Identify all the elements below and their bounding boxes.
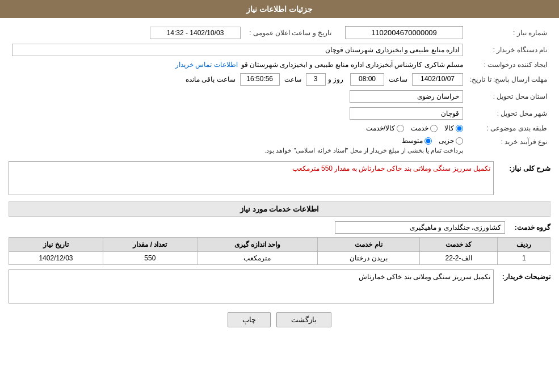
category-option-service: خدمت: [411, 124, 438, 132]
requester-row: مسلم شاکری کارشناس آبخیزداری اداره منابع…: [12, 61, 463, 69]
cell-code: الف-2-22: [419, 252, 498, 265]
col-header-qty: تعداد / مقدار: [103, 238, 197, 252]
public-announce-value: 1402/10/03 - 14:32: [150, 27, 241, 39]
send-time-label: ساعت: [389, 75, 407, 83]
city-value: قوچان: [350, 107, 463, 120]
procurement-note: پرداخت تمام یا بخشی از مبلغ خریدار از مح…: [12, 147, 463, 154]
category-label-kala: کالا: [444, 124, 454, 132]
col-header-code: کد خدمت: [419, 238, 498, 252]
cell-row: 1: [498, 252, 550, 265]
category-option-kala: کالا: [444, 124, 463, 132]
category-label: طبقه بندی موضوعی :: [466, 122, 550, 134]
buyer-desc-section: توضیحات خریدار:: [9, 269, 550, 305]
remaining-label: روز و: [328, 75, 343, 83]
procurement-row: جزیی متوسط پرداخت تمام یا بخشی از مبلغ خ…: [12, 137, 463, 154]
page-header: جزئیات اطلاعات نیاز: [0, 0, 559, 18]
procurement-radio-partial[interactable]: [456, 137, 463, 145]
service-group-row: گروه خدمت: کشاورزی، جنگلداری و ماهیگیری: [9, 221, 550, 234]
col-header-unit: واحد اندازه گیری: [197, 238, 317, 252]
need-number-label: شماره نیاز :: [466, 24, 550, 41]
need-desc-label: شرح کلی نیاز:: [494, 161, 550, 197]
procurement-label-medium: متوسط: [402, 137, 423, 145]
table-row: 1الف-2-22بریدن درختانمترمکعب5501402/12/0…: [9, 252, 550, 265]
need-desc-textarea[interactable]: [9, 161, 494, 195]
province-label: استان محل تحویل :: [466, 88, 550, 105]
main-info-table: شماره نیاز : 1102004670000009 تاریخ و سا…: [9, 24, 550, 157]
buyer-desc-label: توضیحات خریدار:: [494, 269, 550, 305]
remaining-suffix: ساعت باقی مانده: [186, 75, 236, 83]
procurement-option-partial: جزیی: [439, 137, 463, 145]
requester-contact-link[interactable]: اطلاعات تماس خریدار: [175, 61, 238, 69]
col-header-row: ردیف: [498, 238, 550, 252]
col-header-date: تاریخ نیاز: [9, 238, 103, 252]
content-area: شماره نیاز : 1102004670000009 تاریخ و سا…: [0, 18, 559, 339]
procurement-label: نوع فرآیند خرید :: [466, 134, 550, 157]
service-group-label: گروه خدمت:: [505, 224, 550, 231]
back-button[interactable]: بازگشت: [276, 312, 331, 327]
need-desc-section: شرح کلی نیاز:: [9, 161, 550, 197]
page-container: جزئیات اطلاعات نیاز شماره نیاز : 1102004…: [0, 0, 559, 392]
requester-label: ایجاد کننده درخواست :: [466, 58, 550, 71]
category-label-service: خدمت: [411, 124, 428, 132]
procurement-option-medium: متوسط: [402, 137, 432, 145]
category-radio-service[interactable]: [430, 125, 438, 132]
buyer-name-label: نام دستگاه خریدار :: [466, 41, 550, 58]
requester-value: مسلم شاکری کارشناس آبخیزداری اداره منابع…: [241, 61, 463, 69]
cell-date: 1402/12/03: [9, 252, 103, 265]
remaining-time-value: 16:50:56: [240, 73, 280, 86]
need-number-value: 1102004670000009: [345, 26, 463, 39]
buyer-desc-textarea[interactable]: [9, 269, 494, 304]
send-date-label: مهلت ارسال پاسخ: تا تاریخ:: [466, 71, 550, 88]
services-section-title: اطلاعات خدمات مورد نیاز: [9, 201, 550, 217]
province-value: خراسان رضوی: [350, 90, 463, 103]
remaining-time-label: ساعت: [284, 76, 301, 83]
category-radio-kala[interactable]: [456, 125, 463, 132]
remaining-days-value: 3: [306, 73, 326, 86]
public-announce-label: تاریخ و ساعت اعلان عمومی :: [244, 24, 335, 41]
print-button[interactable]: چاپ: [228, 312, 271, 327]
category-option-both: کالا/خدمت: [366, 124, 404, 132]
category-radio-both[interactable]: [397, 125, 404, 132]
category-label-both: کالا/خدمت: [366, 124, 395, 132]
send-date-row: 1402/10/07 ساعت 08:00 روز و 3 ساعت 16:50…: [12, 73, 463, 86]
procurement-radio-medium[interactable]: [424, 137, 432, 145]
cell-quantity: 550: [103, 252, 197, 265]
buyer-name-value: اداره منابع طبیعی و ابخیزداری شهرستان قو…: [12, 44, 463, 56]
cell-name: بریدن درختان: [318, 252, 419, 265]
category-radio-group: کالا خدمت کالا/خدمت: [12, 124, 463, 132]
service-group-value: کشاورزی، جنگلداری و ماهیگیری: [335, 221, 505, 234]
send-date-value: 1402/10/07: [412, 73, 463, 86]
button-row: بازگشت چاپ: [9, 312, 550, 327]
services-table: ردیف کد خدمت نام خدمت واحد اندازه گیری ت…: [9, 237, 550, 265]
procurement-radio-group: جزیی متوسط: [12, 137, 463, 145]
col-header-name: نام خدمت: [318, 238, 419, 252]
cell-unit: مترمکعب: [197, 252, 317, 265]
city-label: شهر محل تحویل :: [466, 105, 550, 122]
send-time-value: 08:00: [350, 73, 384, 86]
header-title: جزئیات اطلاعات نیاز: [246, 5, 313, 14]
procurement-label-partial: جزیی: [439, 137, 454, 145]
